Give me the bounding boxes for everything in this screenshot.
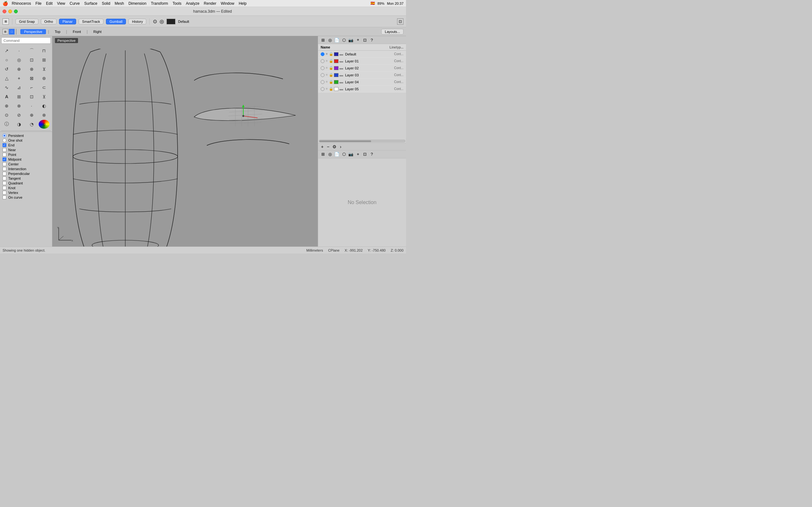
layer-chevron-button[interactable]: › — [339, 144, 342, 149]
maximize-button[interactable] — [14, 9, 18, 13]
menu-surface[interactable]: Surface — [84, 1, 97, 6]
menu-tools[interactable]: Tools — [172, 1, 182, 6]
layer-04-dot[interactable] — [321, 80, 324, 84]
scale-tool[interactable]: ⊗ — [26, 65, 37, 73]
menu-file[interactable]: File — [36, 1, 42, 6]
help-icon[interactable]: ? — [369, 37, 374, 43]
viewport-single-icon[interactable]: □ — [9, 29, 14, 35]
menu-transform[interactable]: Transform — [151, 1, 168, 6]
close-button[interactable] — [3, 9, 6, 13]
menu-window[interactable]: Window — [221, 1, 235, 6]
snap-checkbox-quadrant[interactable] — [3, 181, 6, 185]
snap-checkbox-end[interactable] — [3, 143, 6, 147]
layer-row-default[interactable]: ☀ 🔒 ▬ Default Cont... — [318, 51, 406, 58]
display2-icon[interactable]: ⊡ — [362, 152, 368, 157]
move-tool[interactable]: ⊕ — [14, 65, 24, 73]
layers2-icon[interactable]: ⊞ — [320, 152, 326, 157]
display-icon[interactable]: ⊡ — [362, 37, 368, 43]
layer-03-lock[interactable]: 🔒 — [329, 73, 334, 77]
offset-tool[interactable]: ⊿ — [14, 83, 24, 92]
layer-02-sun[interactable]: ☀ — [325, 66, 328, 70]
menu-mesh[interactable]: Mesh — [115, 1, 124, 6]
snap-checkbox-tangent[interactable] — [3, 176, 6, 180]
layer-color-04[interactable] — [334, 80, 339, 84]
layer-row-05[interactable]: ☀ 🔒 ▬ Layer 05 Cont... — [318, 86, 406, 93]
layer-05-lock[interactable]: 🔒 — [329, 87, 334, 91]
trim-tool[interactable]: △ — [1, 74, 12, 83]
snap-checkbox-knot[interactable] — [3, 186, 6, 190]
layer-linetype-05[interactable]: ▬ — [339, 87, 343, 91]
point-tool[interactable]: · — [14, 46, 24, 55]
tab-perspective[interactable]: Perspective — [20, 29, 46, 34]
layer-color-02[interactable] — [334, 66, 339, 70]
menu-curve[interactable]: Curve — [70, 1, 80, 6]
gradient-tool[interactable]: ◔ — [26, 120, 37, 129]
layer-02-dot[interactable] — [321, 66, 324, 70]
mesh-icon[interactable]: ⌖ — [355, 37, 361, 43]
help2-icon[interactable]: ? — [369, 152, 374, 157]
circle-tool[interactable]: ○ — [1, 55, 12, 64]
select-tool[interactable]: ↗ — [1, 46, 12, 55]
add-layer-button[interactable]: + — [320, 144, 324, 149]
snap-item-near[interactable]: Near — [3, 148, 49, 152]
pan-tool[interactable]: ⊘ — [14, 111, 24, 119]
extend-tool[interactable]: ⌐ — [26, 83, 37, 92]
layer-01-lock[interactable]: 🔒 — [329, 59, 334, 63]
layer-color-05[interactable] — [334, 87, 339, 91]
viewport-layout-icon[interactable]: ⊞ — [3, 29, 8, 35]
render-icon[interactable]: 📷 — [348, 37, 354, 43]
layer-linetype-01[interactable]: ▬ — [339, 59, 343, 63]
zoom-in-tool[interactable]: ⊕ — [26, 111, 37, 119]
mirror-tool[interactable]: ⊻ — [39, 65, 49, 73]
visibility-tool[interactable]: ⊗ — [14, 101, 24, 110]
rect-tool[interactable]: ⊡ — [26, 55, 37, 64]
snap-item-perpendicular[interactable]: Perpendicular — [3, 172, 49, 176]
menu-render[interactable]: Render — [204, 1, 216, 6]
snap-item-midpoint[interactable]: Midpoint — [3, 158, 49, 161]
layer-row-02[interactable]: ☀ 🔒 ▬ Layer 02 Cont... — [318, 65, 406, 72]
object2-icon[interactable]: ⬡ — [341, 152, 347, 157]
split-tool[interactable]: ⊂ — [39, 83, 49, 92]
color-swatch[interactable] — [166, 19, 175, 24]
snap-checkbox-on-curve[interactable] — [3, 195, 6, 199]
circle-target-icon[interactable]: ◎ — [159, 18, 164, 24]
minimize-button[interactable] — [8, 9, 12, 13]
zoom-all-tool[interactable]: ⊗ — [39, 111, 49, 119]
viewport-toggle-icon[interactable]: ⊞ — [3, 18, 9, 25]
menu-edit[interactable]: Edit — [46, 1, 53, 6]
snap-item-tangent[interactable]: Tangent — [3, 176, 49, 180]
layer-linetype-04[interactable]: ▬ — [339, 80, 343, 84]
snap-checkbox-midpoint[interactable] — [3, 158, 6, 161]
snap-checkbox-perpendicular[interactable] — [3, 172, 6, 176]
command-input[interactable]: Command — [1, 38, 51, 44]
layer-linetype-02[interactable]: ▬ — [339, 66, 343, 70]
snap-item-quadrant[interactable]: Quadrant — [3, 181, 49, 185]
properties-icon[interactable]: ◎ — [327, 37, 333, 43]
box-tool[interactable]: ⊓ — [39, 46, 49, 55]
snap-item-intersection[interactable]: Intersection — [3, 167, 49, 171]
tab-right[interactable]: Right — [90, 29, 105, 34]
menu-rhinoceros[interactable]: Rhinoceros — [12, 1, 31, 6]
snap-checkbox-center[interactable] — [3, 162, 6, 166]
layer-row-01[interactable]: ☀ 🔒 ▬ Layer 01 Cont... — [318, 58, 406, 65]
menu-dimension[interactable]: Dimension — [129, 1, 147, 6]
snap-radio-one-shot[interactable] — [3, 138, 6, 142]
snap-item-point[interactable]: Point — [3, 153, 49, 157]
tab-top[interactable]: Top — [51, 29, 64, 34]
planar-button[interactable]: Planar — [59, 19, 76, 24]
layer-01-sun[interactable]: ☀ — [325, 59, 328, 63]
layers-icon[interactable]: ⊞ — [320, 37, 326, 43]
snap-tool[interactable]: ⊕ — [1, 101, 12, 110]
cplane-label[interactable]: CPlane — [328, 248, 339, 252]
snap-checkbox-vertex[interactable] — [3, 191, 6, 194]
layer-lock-icon[interactable]: 🔒 — [329, 52, 334, 56]
snap-item-knot[interactable]: Knot — [3, 186, 49, 190]
mesh2-icon[interactable]: ⌖ — [355, 152, 361, 157]
layer-03-sun[interactable]: ☀ — [325, 73, 328, 77]
layer-linetype-03[interactable]: ▬ — [339, 73, 343, 77]
layer-linetype-default[interactable]: ▬ — [339, 52, 343, 56]
group-tool[interactable]: ⊻ — [39, 92, 49, 101]
text-tool[interactable]: A — [1, 92, 12, 101]
info-tool[interactable]: ⓘ — [1, 120, 12, 129]
block-tool[interactable]: ⊡ — [26, 92, 37, 101]
